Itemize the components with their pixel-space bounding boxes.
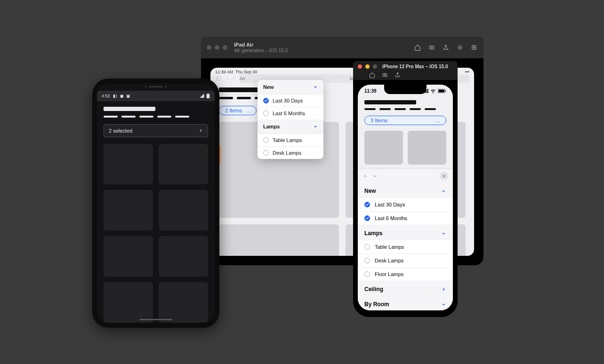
home-indicator[interactable] (139, 319, 172, 320)
chevron-down-icon (441, 302, 446, 307)
filter-option[interactable]: Floor Lamps (358, 268, 453, 281)
filter-option[interactable]: Desk Lamps (258, 146, 323, 159)
chevron-down-icon (441, 189, 446, 194)
home-icon[interactable] (369, 72, 375, 78)
debug-icon: ▣ (126, 94, 130, 98)
filter-option[interactable]: Table Lamps (358, 240, 453, 254)
screenshot-icon[interactable] (428, 44, 435, 51)
filter-select[interactable]: 2 selected ▼ (104, 124, 208, 137)
filter-pill[interactable]: 3 Items … (364, 116, 446, 125)
chevron-down-icon (441, 231, 446, 236)
close-icon[interactable]: ✕ (440, 172, 448, 180)
iphone-screen: 11:39 3 Items … (358, 85, 453, 310)
ipad-time: 11:39 AM (215, 70, 233, 74)
filter-option[interactable]: Last 6 Months (358, 212, 453, 225)
radio-icon (263, 111, 269, 116)
breadcrumb (104, 116, 208, 118)
radio-checked-icon (364, 202, 370, 207)
product-card[interactable] (364, 131, 403, 165)
filter-option[interactable]: Last 30 Days (358, 198, 453, 212)
filter-pill-label: 2 Items (225, 108, 242, 113)
radio-icon (263, 150, 269, 156)
iphone-window-title: iPhone 12 Pro Max – iOS 15.0 (382, 64, 448, 69)
filter-more-icon[interactable]: … (435, 118, 441, 123)
svg-rect-15 (207, 94, 210, 98)
android-screen: 4:53 ◧ ◼ ▣ 2 selected ▼ (97, 83, 215, 323)
ipad-date: Thu Sep 30 (235, 70, 258, 74)
battery-icon (206, 94, 210, 98)
radio-icon (364, 244, 370, 250)
home-icon[interactable] (414, 44, 421, 51)
max-dot[interactable] (373, 64, 377, 69)
filter-option[interactable]: Last 6 Months (258, 107, 323, 119)
filter-more-icon[interactable]: … (246, 108, 251, 113)
ipad-window-title: iPad Air (234, 42, 288, 47)
rotate-icon[interactable] (470, 44, 478, 51)
radio-icon (364, 258, 370, 263)
iphone-device-frame: 11:39 3 Items … (353, 80, 458, 317)
filter-section-lamps[interactable]: Lamps (258, 119, 323, 134)
product-card[interactable] (159, 190, 208, 230)
product-card[interactable] (104, 282, 153, 323)
filter-section-byroom[interactable]: By Room (358, 296, 453, 310)
product-card[interactable] (104, 190, 153, 230)
product-card[interactable] (159, 282, 208, 323)
ipad-titlebar[interactable]: iPad Air 4th generation – iOS 15.0 (201, 37, 483, 58)
chevron-up-icon[interactable] (362, 174, 368, 179)
notification-icon: ◧ (113, 94, 117, 98)
product-card[interactable] (219, 224, 339, 256)
filter-section-new[interactable]: New (358, 183, 453, 198)
android-page-content: 2 selected ▼ (97, 101, 215, 323)
chevron-down-icon[interactable] (372, 174, 378, 179)
back-icon[interactable]: ‹ (226, 75, 228, 82)
filter-popover[interactable]: New Last 30 Days Last 6 Months Lamps Tab… (258, 80, 323, 159)
filter-section-lamps[interactable]: Lamps (358, 225, 453, 240)
svg-rect-6 (383, 73, 387, 77)
chevron-down-icon (313, 85, 318, 89)
radio-checked-icon (263, 98, 269, 103)
android-statusbar: 4:53 ◧ ◼ ▣ (97, 91, 215, 101)
filter-pill-label: 3 Items (370, 118, 387, 123)
page-title (364, 100, 416, 104)
filter-option[interactable]: Table Lamps (258, 134, 323, 146)
filter-section-ceiling[interactable]: Ceiling (358, 281, 453, 296)
reader-aa[interactable]: AA (240, 76, 245, 81)
svg-rect-14 (445, 90, 446, 92)
breadcrumb (364, 108, 446, 110)
min-dot[interactable] (365, 64, 370, 69)
chevron-down-icon (313, 124, 318, 129)
svg-rect-0 (429, 46, 434, 49)
radio-icon (364, 271, 370, 277)
power-button[interactable] (219, 145, 221, 164)
product-card[interactable] (104, 236, 153, 277)
appearance-icon[interactable] (456, 44, 464, 51)
product-card[interactable] (104, 144, 153, 184)
share-icon[interactable] (395, 72, 401, 78)
filter-option[interactable]: Desk Lamps (358, 254, 453, 268)
close-dot[interactable] (358, 64, 362, 69)
lock-icon: ◼ (120, 94, 123, 98)
filter-section-new[interactable]: New (258, 80, 323, 94)
svg-rect-11 (427, 89, 428, 93)
iphone-simulator-window: iPhone 12 Pro Max – iOS 15.0 11:39 (353, 61, 458, 317)
battery-icon (438, 89, 446, 93)
iphone-titlebar[interactable]: iPhone 12 Pro Max – iOS 15.0 (353, 61, 458, 80)
chevron-right-icon (441, 287, 446, 292)
screenshot-icon[interactable] (382, 72, 388, 78)
sheet-header: ✕ (358, 169, 453, 183)
wifi-icon (430, 89, 436, 94)
traffic-lights[interactable] (207, 45, 227, 50)
sidebar-toggle-icon[interactable] (215, 76, 222, 81)
filter-option[interactable]: Last 30 Days (258, 94, 323, 107)
filter-pill[interactable]: 2 Items … (219, 106, 257, 115)
svg-rect-13 (439, 90, 444, 93)
product-card[interactable] (159, 236, 208, 277)
forward-icon[interactable]: › (233, 75, 235, 82)
filter-sheet[interactable]: ✕ New Last 30 Days Last 6 Months Lamps T… (358, 168, 453, 310)
product-card[interactable] (408, 131, 446, 165)
product-card[interactable] (159, 144, 208, 184)
svg-point-2 (459, 47, 461, 49)
page-title (104, 107, 155, 111)
svg-point-1 (431, 47, 433, 48)
share-icon[interactable] (442, 44, 450, 51)
